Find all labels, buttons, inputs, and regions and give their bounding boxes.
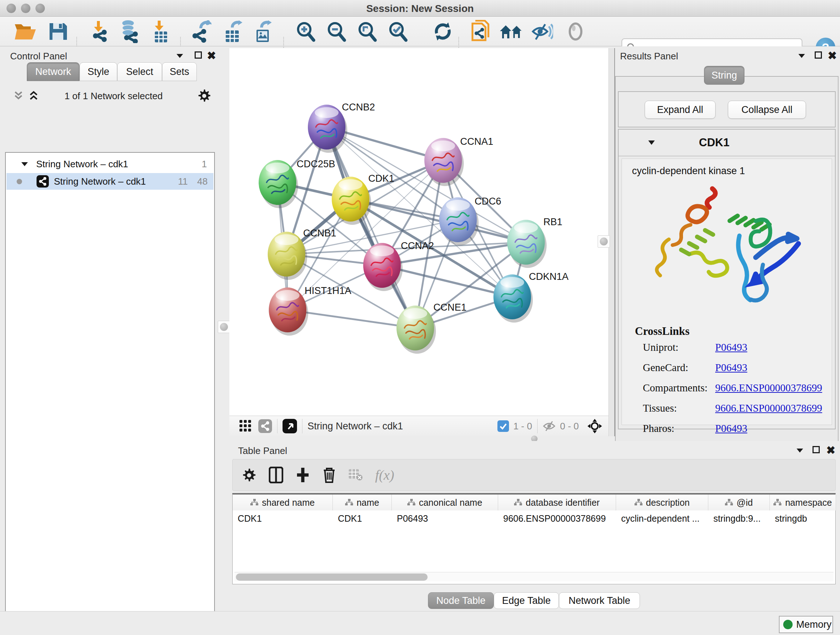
network-node-ccna1[interactable]: CCNA1 <box>424 136 493 186</box>
column-header-database-identifier[interactable]: database identifier <box>498 494 616 510</box>
export-network-icon[interactable] <box>188 19 215 43</box>
network-node-cdc25b[interactable]: CDC25B <box>259 158 335 208</box>
node-label: CDK1 <box>368 173 394 184</box>
import-network-database-icon[interactable] <box>115 19 142 43</box>
import-network-file-icon[interactable] <box>85 19 113 43</box>
table-scrollbar-thumb[interactable] <box>236 573 428 581</box>
selected-checkbox-icon[interactable] <box>497 420 509 432</box>
string-app-icon <box>36 175 49 187</box>
zoom-selected-icon[interactable] <box>384 19 412 43</box>
column-header-description[interactable]: description <box>616 494 708 510</box>
tree-child-edge-count: 48 <box>197 176 208 187</box>
network-node-hist1h1a[interactable]: HIST1H1A <box>269 285 351 336</box>
table-panel-menu-icon[interactable] <box>796 448 804 453</box>
network-tree-child-row[interactable]: String Network – cdk1 11 48 <box>6 173 213 190</box>
tree-expander-icon[interactable] <box>21 162 28 167</box>
section-expander-icon[interactable] <box>647 140 655 146</box>
tab-sets[interactable]: Sets <box>162 62 197 81</box>
column-header--id[interactable]: @id <box>708 494 770 510</box>
birds-eye-share-icon[interactable] <box>258 419 272 433</box>
network-tree-root-row[interactable]: String Network – cdk1 1 <box>6 156 213 172</box>
control-panel-title: Control Panel <box>10 51 67 62</box>
expand-all-button[interactable]: Expand All <box>645 101 715 119</box>
status-bar: Memory <box>0 611 840 635</box>
network-node-ccne1[interactable]: CCNE1 <box>396 302 467 354</box>
tab-network-table[interactable]: Network Table <box>559 592 640 609</box>
table-cell[interactable]: 9606.ENSP00000378699 <box>498 513 616 524</box>
tab-string[interactable]: String <box>704 66 745 85</box>
network-edge[interactable] <box>327 127 415 328</box>
memory-button[interactable]: Memory <box>779 616 833 633</box>
network-tree: String Network – cdk1 1 String Network –… <box>5 152 215 635</box>
network-node-cdc6[interactable]: CDC6 <box>439 196 501 245</box>
table-panel-float-icon[interactable] <box>813 446 820 453</box>
delete-column-icon[interactable] <box>322 467 336 483</box>
table-panel-close-icon[interactable]: ✖ <box>826 444 835 456</box>
node-label: CCNB2 <box>342 102 375 112</box>
network-node-ccnb2[interactable]: CCNB2 <box>308 102 375 153</box>
crosslink-link[interactable]: 9606.ENSP00000378699 <box>715 402 822 414</box>
network-node-cdkn1a[interactable]: CDKN1A <box>493 271 569 323</box>
add-column-icon[interactable] <box>295 467 310 483</box>
crosslink-link[interactable]: P06493 <box>715 362 747 374</box>
network-node-rb1[interactable]: RB1 <box>507 217 562 268</box>
right-splitter-handle[interactable] <box>598 235 610 248</box>
tab-style[interactable]: Style <box>80 62 117 81</box>
hidden-eye-icon[interactable] <box>543 421 556 432</box>
show-columns-icon[interactable] <box>269 467 283 483</box>
save-session-icon[interactable] <box>44 19 72 43</box>
table-cell[interactable]: CDK1 <box>333 513 392 524</box>
show-eye-icon[interactable] <box>562 19 589 43</box>
table-row[interactable]: CDK1CDK1P064939606.ENSP00000378699cyclin… <box>233 510 835 526</box>
import-table-icon[interactable] <box>147 19 174 43</box>
network-node-cdk1[interactable]: CDK1 <box>332 173 394 225</box>
table-cell[interactable]: cyclin-dependent ... <box>616 513 708 524</box>
tab-edge-table[interactable]: Edge Table <box>494 592 559 609</box>
column-header-namespace[interactable]: namespace <box>770 494 836 510</box>
control-panel-close-icon[interactable]: ✖ <box>207 49 216 62</box>
results-panel-menu-icon[interactable] <box>798 53 806 59</box>
function-builder-icon[interactable]: f(x) <box>375 467 394 483</box>
share-file-icon[interactable] <box>467 19 494 43</box>
open-in-window-icon[interactable] <box>283 419 297 433</box>
network-status-dot <box>17 179 22 184</box>
export-image-icon[interactable] <box>249 19 276 43</box>
column-header-shared-name[interactable]: shared name <box>233 494 333 510</box>
left-splitter-handle[interactable] <box>218 321 230 333</box>
refresh-icon[interactable] <box>429 19 456 43</box>
fit-content-crosshair-icon[interactable] <box>587 418 603 434</box>
delete-table-icon[interactable] <box>348 469 363 481</box>
control-panel-menu-icon[interactable] <box>176 53 184 59</box>
table-gear-icon[interactable] <box>241 467 256 483</box>
grid-view-icon[interactable] <box>240 420 252 432</box>
table-horizontal-scrollbar[interactable] <box>234 572 834 581</box>
column-header-canonical-name[interactable]: canonical name <box>392 494 498 510</box>
table-cell[interactable]: P06493 <box>392 513 498 524</box>
crosslink-link[interactable]: P06493 <box>715 423 747 434</box>
column-header-name[interactable]: name <box>333 494 392 510</box>
network-node-ccnb1[interactable]: CCNB1 <box>268 228 336 280</box>
crosslink-link[interactable]: 9606.ENSP00000378699 <box>715 382 822 394</box>
zoom-out-icon[interactable] <box>323 19 350 43</box>
control-panel-float-icon[interactable] <box>195 51 202 59</box>
homes-icon[interactable] <box>497 19 525 43</box>
tab-network[interactable]: Network <box>27 62 80 81</box>
zoom-fit-icon[interactable] <box>354 19 381 43</box>
hide-selected-eye-icon[interactable] <box>528 19 556 43</box>
table-cell[interactable]: CDK1 <box>233 513 333 524</box>
results-section-header[interactable]: CDK1 <box>619 130 835 157</box>
tab-node-table[interactable]: Node Table <box>428 592 494 609</box>
network-canvas[interactable]: CCNB2CCNA1CDC25BCDK1CDC6RB1CCNB1CCNA2CDK… <box>229 48 608 416</box>
open-session-icon[interactable] <box>11 19 39 43</box>
network-options-gear-icon[interactable] <box>197 88 211 103</box>
zoom-in-icon[interactable] <box>292 19 319 43</box>
results-panel-float-icon[interactable] <box>815 51 822 59</box>
collapse-all-button[interactable]: Collapse All <box>728 101 806 119</box>
tab-select[interactable]: Select <box>117 62 162 81</box>
crosslink-label: Tissues: <box>643 402 715 414</box>
results-panel-close-icon[interactable]: ✖ <box>828 49 837 62</box>
crosslink-link[interactable]: P06493 <box>715 341 747 353</box>
table-cell[interactable]: stringdb:9... <box>708 513 770 524</box>
table-cell[interactable]: stringdb <box>770 513 836 524</box>
export-table-icon[interactable] <box>219 19 246 43</box>
